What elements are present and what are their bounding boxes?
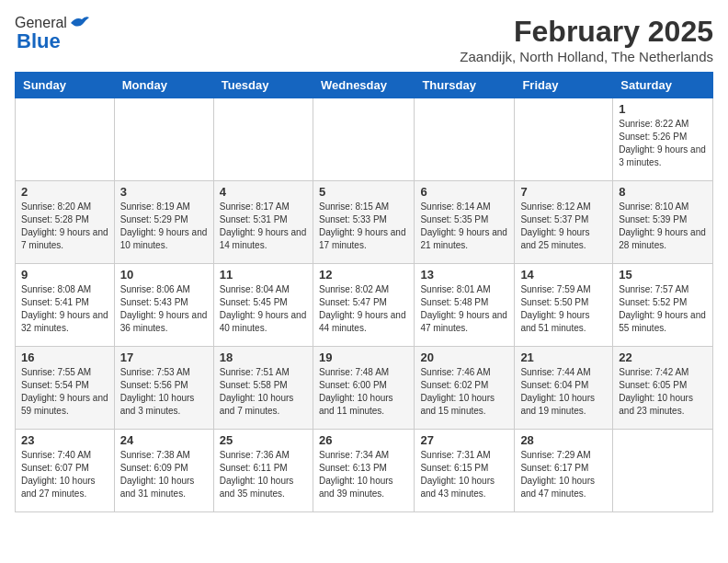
day-info: Sunrise: 8:10 AM Sunset: 5:39 PM Dayligh… (619, 201, 707, 252)
day-number: 10 (120, 268, 208, 282)
day-number: 4 (220, 185, 307, 199)
day-info: Sunrise: 7:34 AM Sunset: 6:13 PM Dayligh… (319, 449, 408, 500)
day-info: Sunrise: 7:31 AM Sunset: 6:15 PM Dayligh… (420, 449, 508, 500)
weekday-header-wednesday: Wednesday (313, 73, 414, 98)
day-number: 9 (21, 268, 108, 282)
day-number: 19 (319, 350, 408, 364)
weekday-header-sunday: Sunday (16, 73, 115, 98)
calendar-day-cell: 7Sunrise: 8:12 AM Sunset: 5:37 PM Daylig… (515, 181, 613, 264)
calendar-day-cell: 17Sunrise: 7:53 AM Sunset: 5:56 PM Dayli… (114, 347, 213, 430)
calendar-title: February 2025 (460, 15, 713, 49)
day-info: Sunrise: 8:20 AM Sunset: 5:28 PM Dayligh… (21, 201, 108, 252)
calendar-empty-cell (213, 98, 313, 181)
calendar-week-row: 23Sunrise: 7:40 AM Sunset: 6:07 PM Dayli… (16, 430, 713, 512)
calendar-week-row: 16Sunrise: 7:55 AM Sunset: 5:54 PM Dayli… (16, 347, 713, 430)
day-number: 24 (120, 433, 208, 447)
day-info: Sunrise: 7:36 AM Sunset: 6:11 PM Dayligh… (220, 449, 307, 500)
calendar-empty-cell (313, 98, 414, 181)
calendar-day-cell: 23Sunrise: 7:40 AM Sunset: 6:07 PM Dayli… (16, 430, 115, 512)
calendar-empty-cell (16, 98, 115, 181)
day-info: Sunrise: 8:04 AM Sunset: 5:45 PM Dayligh… (220, 283, 307, 335)
calendar-day-cell: 10Sunrise: 8:06 AM Sunset: 5:43 PM Dayli… (114, 264, 213, 347)
day-info: Sunrise: 8:01 AM Sunset: 5:48 PM Dayligh… (420, 283, 508, 335)
calendar-day-cell: 25Sunrise: 7:36 AM Sunset: 6:11 PM Dayli… (213, 430, 313, 512)
day-number: 16 (21, 350, 108, 364)
calendar-day-cell: 8Sunrise: 8:10 AM Sunset: 5:39 PM Daylig… (613, 181, 713, 264)
calendar-day-cell: 18Sunrise: 7:51 AM Sunset: 5:58 PM Dayli… (213, 347, 313, 430)
day-info: Sunrise: 8:22 AM Sunset: 5:26 PM Dayligh… (619, 118, 707, 169)
weekday-header-saturday: Saturday (613, 73, 713, 98)
calendar-week-row: 2Sunrise: 8:20 AM Sunset: 5:28 PM Daylig… (16, 181, 713, 264)
day-number: 17 (120, 350, 208, 364)
day-info: Sunrise: 7:44 AM Sunset: 6:04 PM Dayligh… (520, 366, 607, 418)
day-number: 23 (21, 433, 108, 447)
calendar-day-cell: 19Sunrise: 7:48 AM Sunset: 6:00 PM Dayli… (313, 347, 414, 430)
calendar-day-cell: 20Sunrise: 7:46 AM Sunset: 6:02 PM Dayli… (415, 347, 515, 430)
calendar-day-cell: 1Sunrise: 8:22 AM Sunset: 5:26 PM Daylig… (613, 98, 713, 181)
day-info: Sunrise: 7:46 AM Sunset: 6:02 PM Dayligh… (420, 366, 508, 418)
day-number: 11 (220, 268, 307, 282)
day-number: 12 (319, 268, 408, 282)
day-number: 25 (220, 433, 307, 447)
day-info: Sunrise: 7:42 AM Sunset: 6:05 PM Dayligh… (619, 366, 707, 418)
day-number: 20 (420, 350, 508, 364)
calendar-empty-cell (613, 430, 713, 512)
day-number: 26 (319, 433, 408, 447)
day-info: Sunrise: 7:40 AM Sunset: 6:07 PM Dayligh… (21, 449, 108, 500)
calendar-day-cell: 4Sunrise: 8:17 AM Sunset: 5:31 PM Daylig… (213, 181, 313, 264)
day-number: 2 (21, 185, 108, 199)
day-info: Sunrise: 7:57 AM Sunset: 5:52 PM Dayligh… (619, 283, 707, 335)
calendar-week-row: 9Sunrise: 8:08 AM Sunset: 5:41 PM Daylig… (16, 264, 713, 347)
calendar-empty-cell (515, 98, 613, 181)
calendar-empty-cell (114, 98, 213, 181)
calendar-subtitle: Zaandijk, North Holland, The Netherlands (460, 49, 713, 64)
calendar-table: SundayMondayTuesdayWednesdayThursdayFrid… (15, 72, 713, 512)
day-info: Sunrise: 8:08 AM Sunset: 5:41 PM Dayligh… (21, 283, 108, 335)
day-info: Sunrise: 7:29 AM Sunset: 6:17 PM Dayligh… (520, 449, 607, 500)
day-number: 22 (619, 350, 707, 364)
day-info: Sunrise: 8:19 AM Sunset: 5:29 PM Dayligh… (120, 201, 208, 252)
day-info: Sunrise: 7:51 AM Sunset: 5:58 PM Dayligh… (220, 366, 307, 418)
day-info: Sunrise: 7:55 AM Sunset: 5:54 PM Dayligh… (21, 366, 108, 418)
logo-bird-icon (69, 15, 89, 31)
calendar-day-cell: 14Sunrise: 7:59 AM Sunset: 5:50 PM Dayli… (515, 264, 613, 347)
title-section: February 2025 Zaandijk, North Holland, T… (460, 15, 713, 64)
calendar-day-cell: 11Sunrise: 8:04 AM Sunset: 5:45 PM Dayli… (213, 264, 313, 347)
calendar-day-cell: 27Sunrise: 7:31 AM Sunset: 6:15 PM Dayli… (415, 430, 515, 512)
day-number: 14 (520, 268, 607, 282)
calendar-day-cell: 22Sunrise: 7:42 AM Sunset: 6:05 PM Dayli… (613, 347, 713, 430)
calendar-day-cell: 12Sunrise: 8:02 AM Sunset: 5:47 PM Dayli… (313, 264, 414, 347)
day-number: 7 (520, 185, 607, 199)
day-number: 1 (619, 102, 707, 116)
calendar-day-cell: 3Sunrise: 8:19 AM Sunset: 5:29 PM Daylig… (114, 181, 213, 264)
calendar-day-cell: 5Sunrise: 8:15 AM Sunset: 5:33 PM Daylig… (313, 181, 414, 264)
weekday-header-tuesday: Tuesday (213, 73, 313, 98)
day-number: 6 (420, 185, 508, 199)
calendar-day-cell: 15Sunrise: 7:57 AM Sunset: 5:52 PM Dayli… (613, 264, 713, 347)
day-number: 27 (420, 433, 508, 447)
day-number: 18 (220, 350, 307, 364)
logo: General Blue (15, 15, 89, 53)
day-info: Sunrise: 7:48 AM Sunset: 6:00 PM Dayligh… (319, 366, 408, 418)
page-header: General Blue February 2025 Zaandijk, Nor… (15, 15, 713, 64)
day-info: Sunrise: 8:14 AM Sunset: 5:35 PM Dayligh… (420, 201, 508, 252)
day-info: Sunrise: 7:53 AM Sunset: 5:56 PM Dayligh… (120, 366, 208, 418)
weekday-header-monday: Monday (114, 73, 213, 98)
calendar-day-cell: 21Sunrise: 7:44 AM Sunset: 6:04 PM Dayli… (515, 347, 613, 430)
calendar-day-cell: 6Sunrise: 8:14 AM Sunset: 5:35 PM Daylig… (415, 181, 515, 264)
day-number: 5 (319, 185, 408, 199)
day-number: 8 (619, 185, 707, 199)
day-info: Sunrise: 8:06 AM Sunset: 5:43 PM Dayligh… (120, 283, 208, 335)
day-info: Sunrise: 8:17 AM Sunset: 5:31 PM Dayligh… (220, 201, 307, 252)
calendar-day-cell: 24Sunrise: 7:38 AM Sunset: 6:09 PM Dayli… (114, 430, 213, 512)
day-number: 13 (420, 268, 508, 282)
day-info: Sunrise: 7:38 AM Sunset: 6:09 PM Dayligh… (120, 449, 208, 500)
calendar-day-cell: 16Sunrise: 7:55 AM Sunset: 5:54 PM Dayli… (16, 347, 115, 430)
calendar-empty-cell (415, 98, 515, 181)
calendar-day-cell: 9Sunrise: 8:08 AM Sunset: 5:41 PM Daylig… (16, 264, 115, 347)
day-number: 21 (520, 350, 607, 364)
calendar-day-cell: 13Sunrise: 8:01 AM Sunset: 5:48 PM Dayli… (415, 264, 515, 347)
day-info: Sunrise: 8:15 AM Sunset: 5:33 PM Dayligh… (319, 201, 408, 252)
day-number: 3 (120, 185, 208, 199)
calendar-day-cell: 26Sunrise: 7:34 AM Sunset: 6:13 PM Dayli… (313, 430, 414, 512)
